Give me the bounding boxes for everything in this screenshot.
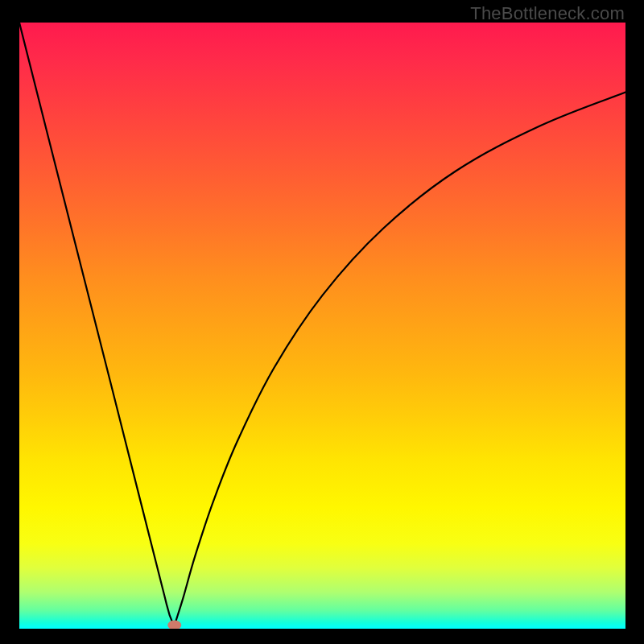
bottleneck-curve <box>19 23 625 625</box>
chart-overlay <box>19 23 625 629</box>
watermark-text: TheBottleneck.com <box>470 3 625 24</box>
minimum-marker <box>167 620 181 629</box>
chart-area <box>19 23 625 629</box>
